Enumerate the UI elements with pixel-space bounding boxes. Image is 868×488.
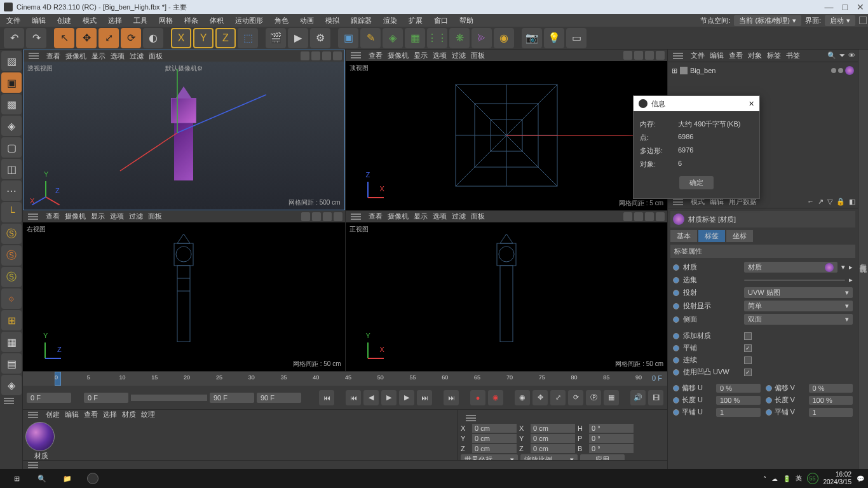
attr-radio[interactable] (673, 369, 679, 376)
vp-nav-icon[interactable] (645, 212, 654, 221)
length-u-field[interactable]: 100 % (716, 396, 761, 405)
volume-button[interactable]: ❋ (449, 28, 470, 48)
last-tool[interactable]: ◐ (143, 28, 163, 48)
vp-menu-icon[interactable] (351, 216, 361, 217)
left-toolbar-menu-icon[interactable] (4, 400, 14, 402)
menu-mode[interactable]: 模式 (78, 15, 102, 27)
mat-menu-icon[interactable] (28, 414, 38, 416)
close-button[interactable]: ✕ (857, 2, 864, 12)
vp-nav-icon[interactable] (334, 212, 342, 221)
tray-date[interactable]: 2024/3/15 (824, 478, 852, 486)
vp-menu-options[interactable]: 选项 (433, 51, 447, 60)
tray-badge[interactable]: 55 (807, 473, 818, 484)
menu-help[interactable]: 帮助 (454, 15, 478, 27)
next-frame-button[interactable]: ▶ (399, 390, 414, 405)
live-select-tool[interactable]: ↖ (54, 28, 74, 48)
axis-y-toggle[interactable]: Y (193, 28, 214, 48)
status-menu-icon[interactable] (28, 464, 38, 466)
vp-menu-filter[interactable]: 过滤 (452, 212, 466, 221)
make-editable-button[interactable]: ▨ (1, 51, 22, 71)
minimize-button[interactable]: — (825, 2, 834, 12)
prev-frame-button[interactable]: ◀ (363, 390, 379, 405)
selection-pick-icon[interactable]: ▸ (849, 276, 853, 284)
material-tag-icon[interactable] (845, 66, 854, 75)
mat-menu-texture[interactable]: 纹理 (141, 410, 155, 419)
use-bump-checkbox[interactable]: ✓ (744, 369, 752, 376)
tile-checkbox[interactable]: ✓ (744, 344, 752, 352)
generator-button[interactable]: ◈ (383, 28, 403, 48)
frame-range-end[interactable]: 90 F (257, 393, 301, 403)
attr-radio[interactable] (673, 397, 679, 403)
object-item-bigben[interactable]: ⊞ Big_ben (670, 65, 855, 76)
tray-time[interactable]: 16:02 (824, 471, 852, 478)
attr-radio[interactable] (766, 409, 772, 416)
proj-display-dropdown[interactable]: 简单▾ (744, 301, 853, 311)
attr-fwd-icon[interactable]: ↗ (818, 198, 824, 206)
attr-new-icon[interactable]: ◧ (849, 198, 855, 206)
attr-lock-icon[interactable]: 🔒 (836, 198, 845, 206)
attr-radio[interactable] (673, 277, 679, 283)
vp-menu-display[interactable]: 显示 (414, 212, 428, 221)
pos-y[interactable]: 0 cm (472, 434, 517, 443)
tray-battery-icon[interactable]: 🔋 (783, 475, 790, 482)
mat-menu-material[interactable]: 材质 (122, 410, 136, 419)
vp-menu-display[interactable]: 显示 (414, 51, 428, 60)
prev-key-button[interactable]: ⏮ (346, 390, 361, 405)
obj-menu-object[interactable]: 对象 (748, 51, 762, 60)
floor-button[interactable]: ▭ (566, 28, 587, 48)
mat-menu-edit[interactable]: 编辑 (65, 410, 79, 419)
vp-menu-filter[interactable]: 过滤 (129, 212, 143, 221)
attr-radio[interactable] (766, 397, 772, 403)
uv-poly-button[interactable]: Ⓢ (1, 245, 22, 266)
vp-nav-icon[interactable] (323, 212, 332, 221)
viewport-perspective[interactable]: 查看 摄像机 显示 选项 过滤 面板 透视视图 默认摄像机⚙ (23, 50, 345, 210)
search-button[interactable]: 🔍 (29, 469, 55, 488)
vp-nav-icon[interactable] (623, 51, 632, 60)
point-mode-button[interactable]: ⋯ (1, 180, 22, 201)
obj-menu-view[interactable]: 查看 (729, 51, 743, 60)
attr-radio[interactable] (673, 345, 679, 351)
menu-spline[interactable]: 样条 (179, 15, 203, 27)
tray-ime[interactable]: 英 (796, 474, 802, 483)
uv-point-button[interactable]: Ⓢ (1, 267, 22, 287)
cube-primitive-button[interactable]: ▣ (338, 28, 358, 48)
obj-menu-edit[interactable]: 编辑 (710, 51, 724, 60)
enable-axis-button[interactable]: ⟐ (1, 288, 22, 309)
obj-search-icon[interactable]: 🔍 (827, 51, 836, 60)
range-slider[interactable] (131, 395, 207, 401)
vp-menu-icon[interactable] (351, 55, 361, 56)
axis-z-toggle[interactable]: Z (215, 28, 236, 48)
viewport-front[interactable]: 查看 摄像机 显示 选项 过滤 面板 正视图 (346, 211, 668, 372)
object-manager[interactable]: ⊞ Big_ben (668, 62, 858, 100)
menu-extensions[interactable]: 扩展 (403, 15, 428, 27)
play-button[interactable]: ▶ (381, 390, 397, 405)
key-scale-button[interactable]: ⤢ (550, 390, 566, 405)
polygon-mode-button[interactable]: Ⓢ (1, 224, 22, 244)
tile-v-field[interactable]: 1 (809, 408, 853, 417)
vp-nav-icon[interactable] (312, 212, 321, 221)
vp-nav-icon[interactable] (656, 212, 665, 221)
obj-filter-icon[interactable]: ⏷ (839, 51, 846, 60)
tab-basic[interactable]: 基本 (670, 230, 697, 242)
workplane-snap-button[interactable]: ▦ (1, 332, 22, 352)
viewport-right[interactable]: 查看 摄像机 显示 选项 过滤 面板 右视图 (23, 211, 345, 372)
edge-mode-button[interactable]: └ (1, 202, 22, 222)
tray-notification-icon[interactable]: 💬 (857, 475, 864, 482)
axis-x-toggle[interactable]: X (171, 28, 191, 48)
key-pos-button[interactable]: ✥ (532, 390, 548, 405)
c4d-taskbar-icon[interactable] (80, 469, 105, 488)
vp-menu-camera[interactable]: 摄像机 (65, 212, 86, 221)
tray-cloud-icon[interactable]: ☁ (771, 475, 778, 482)
menu-character[interactable]: 角色 (269, 15, 294, 27)
key-param-button[interactable]: Ⓟ (586, 390, 601, 405)
workplane-button[interactable]: ◈ (1, 116, 22, 136)
goto-start-button[interactable]: ⏮ (319, 390, 334, 405)
expand-icon[interactable]: ⊞ (672, 67, 677, 75)
vp-menu-display[interactable]: 显示 (92, 51, 105, 61)
menu-tools[interactable]: 工具 (128, 15, 153, 27)
vp-menu-options[interactable]: 选项 (433, 212, 447, 221)
locked-workplane-button[interactable]: ◈ (1, 375, 22, 395)
explorer-icon[interactable]: 📁 (55, 469, 80, 488)
attr-radio[interactable] (673, 333, 679, 339)
light-button[interactable]: 💡 (544, 28, 564, 48)
